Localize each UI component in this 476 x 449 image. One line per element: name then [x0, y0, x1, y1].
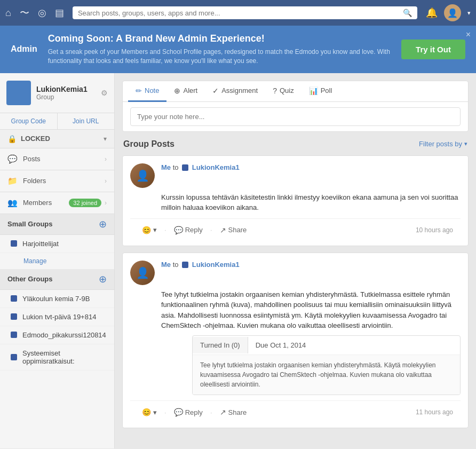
folders-label: Folders — [23, 177, 105, 185]
settings-icon[interactable]: ⚙ — [101, 89, 108, 97]
reaction-button[interactable]: 😊 ▾ — [138, 224, 161, 236]
tab-quiz[interactable]: ? Quiz — [265, 81, 302, 102]
admin-label: Admin — [11, 44, 37, 54]
reply-button[interactable]: 💬 Reply — [170, 406, 207, 418]
post-author: Me to LukionKemia1 — [161, 163, 461, 171]
discover-icon[interactable]: ◎ — [38, 7, 46, 19]
turned-in-button[interactable]: Turned In (0) — [193, 337, 248, 353]
try-it-out-button[interactable]: Try it Out — [401, 40, 465, 59]
harjoittelijat-label: Harjoittelijat — [22, 240, 59, 248]
share-button[interactable]: ↗ Share — [216, 406, 251, 418]
group-name: LukionKemia1 — [36, 85, 101, 93]
tab-join-url[interactable]: Join URL — [58, 113, 115, 129]
post-avatar: 👤 — [130, 163, 155, 188]
assignment-box: Turned In (0) Due Oct 1, 2014 Tee lyhyt … — [192, 335, 461, 396]
note-tab-label: Note — [145, 86, 159, 94]
post-time: 11 hours ago — [416, 408, 453, 416]
group-dot — [11, 313, 17, 320]
post-author-link[interactable]: Me — [161, 261, 171, 269]
note-input[interactable] — [130, 107, 461, 126]
avatar[interactable]: 👤 — [444, 4, 461, 21]
group-posts-header: Group Posts Filter posts by ▾ — [122, 139, 469, 149]
share-icon: ↗ — [220, 408, 226, 416]
list-item[interactable]: Lukion tvt-päivä 19+814 — [0, 308, 114, 326]
post-group-link[interactable]: LukionKemia1 — [192, 163, 240, 171]
group-dot — [11, 332, 17, 338]
post-avatar: 👤 — [130, 261, 155, 285]
group-info: LukionKemia1 Group — [36, 85, 101, 101]
poll-tab-icon: 📊 — [309, 86, 318, 95]
banner-admin-label: Admin — [11, 44, 37, 54]
tab-alert[interactable]: ⊕ Alert — [166, 81, 205, 102]
post-composer: ✏ Note ⊕ Alert ✓ Assignment ? Quiz 📊 — [122, 81, 469, 132]
post-author-link[interactable]: Me — [161, 163, 171, 171]
sidebar-item-folders[interactable]: 📁 Folders › — [0, 170, 114, 192]
activity-icon[interactable]: 〜 — [20, 6, 29, 19]
harjoittelijat-dot — [11, 240, 17, 247]
assignment-tab-icon: ✓ — [212, 86, 219, 95]
search-icon: 🔍 — [403, 9, 412, 17]
lock-icon: 🔒 — [7, 135, 17, 143]
locked-item[interactable]: 🔒 LOCKED ▾ — [0, 130, 114, 148]
sidebar-item-members[interactable]: 👥 Members 32 joined › — [0, 192, 114, 214]
library-icon[interactable]: ▤ — [55, 7, 64, 19]
add-small-group-button[interactable]: ⊕ — [99, 219, 107, 229]
avatar-dropdown-arrow[interactable]: ▾ — [467, 10, 471, 17]
post-actions: 😊 ▾ · 💬 Reply · ↗ Share — [138, 224, 251, 236]
tab-note[interactable]: ✏ Note — [128, 81, 166, 102]
due-date: Due Oct 1, 2014 — [248, 336, 314, 355]
nav-right-icons: 🔔 👤 ▾ — [426, 4, 471, 21]
promo-banner: Admin Coming Soon: A Brand New Admin Exp… — [0, 26, 476, 73]
nav-left-icons: ⌂ 〜 ◎ ▤ — [5, 6, 64, 19]
filter-posts-button[interactable]: Filter posts by ▾ — [419, 140, 467, 148]
note-tab-icon: ✏ — [136, 86, 142, 95]
manage-link[interactable]: Manage — [0, 253, 114, 269]
folders-arrow: › — [105, 177, 107, 185]
add-other-group-button[interactable]: ⊕ — [99, 274, 107, 284]
sidebar-item-posts[interactable]: 💬 Posts › — [0, 148, 114, 170]
list-item[interactable]: Systeemiset oppimisratkaisut: — [0, 344, 114, 371]
other-groups-label: Other Groups — [7, 275, 53, 283]
members-label: Members — [23, 199, 69, 207]
list-item[interactable]: Yläkoulun kemia 7-9B — [0, 290, 114, 308]
share-button[interactable]: ↗ Share — [216, 224, 251, 236]
group-posts-title: Group Posts — [123, 139, 174, 149]
search-input[interactable] — [78, 9, 403, 17]
post-header: 👤 Me to LukionKemia1 — [130, 163, 461, 188]
alert-tab-icon: ⊕ — [174, 86, 180, 95]
posts-arrow: › — [105, 155, 107, 163]
reply-button[interactable]: 💬 Reply — [170, 224, 207, 236]
quiz-tab-icon: ? — [273, 86, 277, 95]
group-tabs: Group Code Join URL — [0, 113, 114, 130]
post-time: 10 hours ago — [416, 226, 453, 234]
home-icon[interactable]: ⌂ — [5, 7, 11, 19]
tab-poll[interactable]: 📊 Poll — [302, 81, 340, 102]
bell-icon[interactable]: 🔔 — [426, 7, 438, 19]
post-author: Me to LukionKemia1 — [161, 261, 461, 269]
other-groups-list: Yläkoulun kemia 7-9B Lukion tvt-päivä 19… — [0, 290, 114, 371]
share-label: Share — [228, 226, 247, 234]
group-link-label: Lukion tvt-päivä 19+814 — [22, 313, 96, 321]
composer-tabs: ✏ Note ⊕ Alert ✓ Assignment ? Quiz 📊 — [123, 81, 468, 102]
members-icon: 👥 — [7, 198, 18, 208]
post-card: 👤 Me to LukionKemia1 Kurssin lopussa teh… — [122, 155, 469, 246]
separator: · — [210, 408, 212, 416]
list-item[interactable]: Edmodo_pikakurssi120814 — [0, 326, 114, 344]
separator: · — [164, 408, 166, 416]
tab-group-code[interactable]: Group Code — [0, 113, 58, 129]
reply-icon: 💬 — [174, 408, 183, 416]
banner-title: Coming Soon: A Brand New Admin Experienc… — [48, 33, 391, 44]
sidebar-item-harjoittelijat[interactable]: Harjoittelijat — [0, 235, 114, 253]
tab-assignment[interactable]: ✓ Assignment — [205, 81, 265, 102]
poll-tab-label: Poll — [321, 86, 332, 94]
group-dot — [11, 295, 17, 302]
content-area: ✏ Note ⊕ Alert ✓ Assignment ? Quiz 📊 — [115, 73, 476, 448]
reaction-button[interactable]: 😊 ▾ — [138, 406, 161, 418]
group-avatar — [6, 81, 31, 105]
banner-close-button[interactable]: × — [466, 30, 471, 40]
post-group-link[interactable]: LukionKemia1 — [192, 261, 240, 269]
group-link-label: Yläkoulun kemia 7-9B — [22, 295, 90, 303]
assignment-tab-label: Assignment — [221, 86, 258, 94]
sidebar: LukionKemia1 Group ⚙ Group Code Join URL… — [0, 73, 115, 448]
post-body: Kurssin lopussa tehtävän käsitetestin li… — [130, 192, 461, 213]
